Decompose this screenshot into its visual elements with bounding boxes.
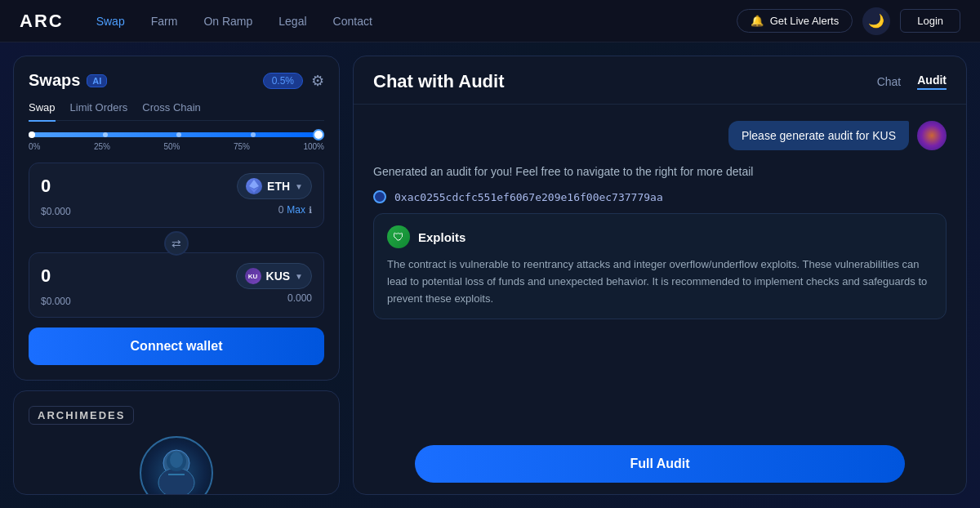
nav-links: Swap Farm On Ramp Legal Contact bbox=[96, 15, 737, 28]
exploits-icon: 🛡 bbox=[387, 225, 410, 248]
tab-audit[interactable]: Audit bbox=[917, 74, 947, 90]
swap-card-header: Swaps AI 0.5% ⚙ bbox=[29, 71, 324, 90]
from-balance: 0 bbox=[278, 204, 284, 216]
chat-panel: Chat with Audit Chat Audit Please genera… bbox=[353, 56, 967, 495]
svg-marker-0 bbox=[249, 180, 259, 189]
chat-header: Chat with Audit Chat Audit bbox=[354, 56, 966, 105]
chat-tabs: Chat Audit bbox=[877, 74, 947, 90]
tab-chat[interactable]: Chat bbox=[877, 75, 902, 88]
alerts-label: Get Live Alerts bbox=[770, 15, 840, 27]
to-balance: 0.000 bbox=[287, 292, 312, 307]
theme-toggle-button[interactable]: 🌙 bbox=[862, 7, 890, 35]
swap-direction-button[interactable]: ⇄ bbox=[164, 231, 189, 256]
archimedes-card: ARCHIMEDES bbox=[13, 390, 340, 495]
archimedes-avatar bbox=[140, 436, 213, 495]
svg-point-5 bbox=[170, 452, 183, 468]
from-token-box: 0 ETH ▼ $0.000 bbox=[29, 163, 324, 228]
archimedes-title: ARCHIMEDES bbox=[29, 406, 134, 425]
max-button[interactable]: Max bbox=[287, 204, 305, 216]
connect-wallet-button[interactable]: Connect wallet bbox=[29, 328, 324, 365]
address-dot bbox=[373, 190, 386, 203]
navbar: ARC Swap Farm On Ramp Legal Contact 🔔 Ge… bbox=[0, 0, 980, 42]
moon-icon: 🌙 bbox=[868, 13, 884, 29]
nav-link-legal[interactable]: Legal bbox=[278, 15, 306, 28]
exploits-title: Exploits bbox=[418, 230, 466, 244]
swap-header-controls: 0.5% ⚙ bbox=[263, 72, 324, 90]
ai-badge: AI bbox=[87, 74, 107, 87]
swap-title: Swaps AI bbox=[29, 71, 107, 90]
contract-address: 0xac0255cdcfc551ef6067e209e16f00ec737779… bbox=[394, 191, 663, 203]
swap-title-text: Swaps bbox=[29, 71, 80, 90]
slider-dot-50 bbox=[176, 132, 181, 137]
nav-link-onramp[interactable]: On Ramp bbox=[203, 15, 252, 28]
eth-icon bbox=[246, 178, 262, 194]
login-button[interactable]: Login bbox=[900, 9, 960, 33]
logo: ARC bbox=[20, 11, 64, 32]
from-amount[interactable]: 0 bbox=[41, 176, 51, 197]
to-usd: $0.000 bbox=[41, 296, 71, 307]
nav-link-farm[interactable]: Farm bbox=[151, 15, 178, 28]
full-audit-button[interactable]: Full Audit bbox=[415, 445, 905, 483]
chat-footer: Full Audit bbox=[354, 434, 966, 494]
user-message-row: Please generate audit for KUS bbox=[373, 121, 947, 150]
chat-title: Chat with Audit bbox=[373, 71, 505, 92]
exploits-description: The contract is vulnerable to reentrancy… bbox=[387, 256, 933, 307]
slider-track bbox=[29, 132, 324, 137]
swap-card: Swaps AI 0.5% ⚙ Swap Limit Orders Cross … bbox=[13, 56, 340, 381]
exploits-header: 🛡 Exploits bbox=[387, 225, 933, 248]
settings-button[interactable]: ⚙ bbox=[311, 72, 324, 90]
slippage-badge: 0.5% bbox=[263, 73, 303, 89]
get-live-alerts-button[interactable]: 🔔 Get Live Alerts bbox=[737, 9, 853, 33]
chat-body: Please generate audit for KUS Generated … bbox=[354, 105, 966, 434]
slider-thumb bbox=[313, 129, 324, 140]
exploits-card: 🛡 Exploits The contract is vulnerable to… bbox=[373, 213, 947, 319]
svg-point-3 bbox=[158, 468, 194, 495]
label-75pct: 75% bbox=[234, 142, 250, 151]
to-token-box: 0 KU KUS ▼ $0.000 0.000 bbox=[29, 252, 324, 318]
swap-tabs: Swap Limit Orders Cross Chain bbox=[29, 101, 324, 121]
to-token-row: 0 KU KUS ▼ bbox=[41, 263, 312, 289]
label-100pct: 100% bbox=[303, 142, 324, 151]
slider-dot-75 bbox=[251, 132, 256, 137]
bell-icon: 🔔 bbox=[751, 15, 764, 27]
from-token-name: ETH bbox=[267, 180, 290, 193]
from-token-chevron: ▼ bbox=[295, 182, 303, 191]
from-token-row: 0 ETH ▼ bbox=[41, 173, 312, 199]
to-token-selector[interactable]: KU KUS ▼ bbox=[236, 263, 312, 289]
from-token-selector[interactable]: ETH ▼ bbox=[237, 173, 312, 199]
slider-dot-25 bbox=[103, 132, 108, 137]
info-icon: ℹ bbox=[309, 205, 312, 216]
label-50pct: 50% bbox=[163, 142, 180, 151]
left-panel: Swaps AI 0.5% ⚙ Swap Limit Orders Cross … bbox=[13, 56, 340, 495]
to-token-name: KUS bbox=[266, 270, 291, 283]
user-message-bubble: Please generate audit for KUS bbox=[728, 121, 909, 150]
ai-message: Generated an audit for you! Feel free to… bbox=[373, 163, 947, 180]
to-amount[interactable]: 0 bbox=[41, 265, 51, 287]
label-0pct: 0% bbox=[29, 142, 40, 151]
from-usd: $0.000 bbox=[41, 206, 71, 217]
tab-limit-orders[interactable]: Limit Orders bbox=[70, 101, 128, 115]
slider-labels: 0% 25% 50% 75% 100% bbox=[29, 142, 324, 151]
label-25pct: 25% bbox=[94, 142, 110, 151]
nav-link-swap[interactable]: Swap bbox=[96, 15, 125, 28]
contract-address-row: 0xac0255cdcfc551ef6067e209e16f00ec737779… bbox=[373, 190, 947, 203]
amount-slider[interactable]: 0% 25% 50% 75% 100% bbox=[29, 132, 324, 151]
swap-direction-row: ⇄ bbox=[29, 231, 324, 256]
user-avatar bbox=[917, 121, 947, 150]
ai-response-text: Generated an audit for you! Feel free to… bbox=[373, 163, 947, 331]
main-content: Swaps AI 0.5% ⚙ Swap Limit Orders Cross … bbox=[0, 42, 980, 508]
to-token-chevron: ▼ bbox=[295, 272, 303, 281]
tab-swap[interactable]: Swap bbox=[29, 101, 56, 122]
tab-cross-chain[interactable]: Cross Chain bbox=[142, 101, 201, 115]
nav-link-contact[interactable]: Contact bbox=[333, 15, 372, 28]
kus-icon: KU bbox=[245, 268, 261, 284]
nav-right: 🔔 Get Live Alerts 🌙 Login bbox=[737, 7, 960, 35]
slider-dot-0 bbox=[29, 131, 35, 138]
